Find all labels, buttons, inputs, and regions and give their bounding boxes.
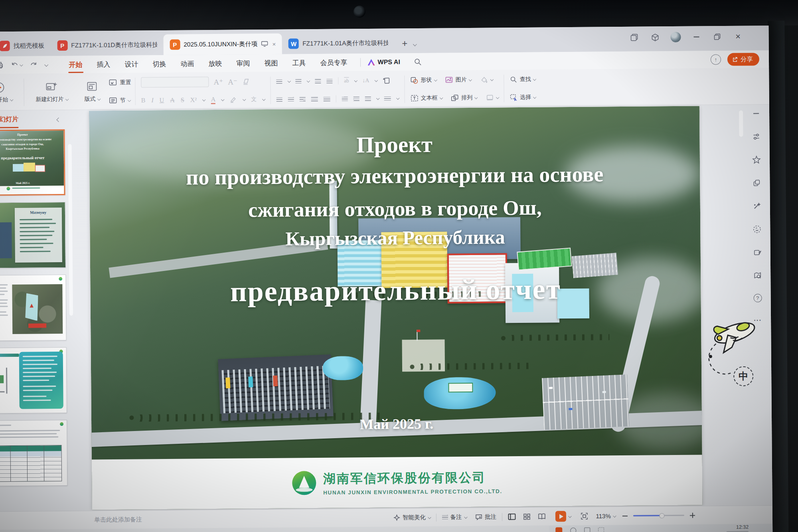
textbox-button[interactable]: 文本框 [411, 93, 442, 104]
redo-button[interactable] [29, 61, 37, 69]
menu-slideshow[interactable]: 放映 [203, 56, 227, 70]
slide-title-line2[interactable]: по производству электроэнергии на основе [89, 161, 700, 190]
play-from-current-button[interactable]: 当页开始 [0, 77, 20, 108]
find-button[interactable]: 查找 [510, 74, 536, 85]
align-right-button[interactable] [300, 97, 306, 101]
menu-insert[interactable]: 插入 [91, 57, 116, 71]
slide-scrollbar[interactable] [739, 111, 743, 137]
align-center-button[interactable] [288, 97, 294, 101]
sort-text-button[interactable]: ↓A [362, 77, 369, 84]
menu-transition[interactable]: 切换 [147, 57, 172, 71]
section-button[interactable]: 节 [109, 95, 131, 106]
normal-view-icon[interactable] [508, 513, 516, 520]
tray-network-icon[interactable] [570, 527, 576, 532]
effects-star-icon[interactable] [752, 155, 761, 164]
beautify-wand-icon[interactable] [752, 201, 762, 211]
highlight-pen-icon[interactable] [230, 97, 237, 103]
slide-thumbnail-2[interactable]: Мазмуну [0, 202, 66, 269]
decrease-indent-button[interactable] [315, 79, 321, 83]
panel-scrollbar[interactable] [68, 144, 73, 316]
help-icon[interactable]: ? [753, 294, 762, 302]
collapse-toolbar-icon[interactable] [751, 109, 761, 118]
align-left-button[interactable] [277, 97, 282, 101]
font-color-button[interactable]: A [211, 96, 216, 104]
zoom-slider[interactable] [633, 515, 684, 516]
comments-button[interactable]: 批注 [475, 513, 496, 521]
menu-member[interactable]: 会员专享 [314, 55, 353, 70]
distribute-button[interactable] [324, 97, 330, 101]
select-button[interactable]: 选择 [510, 92, 536, 103]
search-icon[interactable] [414, 58, 422, 66]
share-button[interactable]: 分享 [727, 53, 759, 66]
justify-button[interactable] [311, 97, 318, 101]
workspace-switch-icon[interactable] [629, 32, 639, 43]
undo-button[interactable] [11, 61, 22, 69]
restore-button[interactable] [712, 32, 722, 42]
increase-indent-button[interactable] [326, 79, 332, 83]
tab-presentation-d[interactable]: P FZ1771K-1.01D奥什市垃圾科技处 [51, 34, 163, 56]
minimize-button[interactable] [691, 32, 701, 42]
play-slideshow-button[interactable] [555, 511, 571, 522]
new-tab-button[interactable]: + [402, 38, 407, 49]
menu-tools[interactable]: 工具 [286, 56, 311, 70]
menu-view[interactable]: 视图 [259, 56, 283, 70]
tab-docer-templates[interactable]: 找稻壳模板 [0, 35, 51, 56]
arrange-button[interactable]: 排列 [451, 93, 477, 103]
tab-word-document[interactable]: W FZ1771K-1.01A奥什市垃圾科技处 [282, 32, 395, 54]
notes-placeholder[interactable]: 单击此处添加备注 [94, 516, 142, 524]
fit-to-window-icon[interactable] [580, 512, 588, 520]
slide-subtitle[interactable]: предварительный отчет [90, 271, 701, 309]
zoom-in-button[interactable] [690, 513, 695, 518]
zoom-out-button[interactable] [622, 515, 628, 516]
wps-ai-button[interactable]: WPS AI [367, 58, 400, 66]
close-window-button[interactable]: × [733, 32, 743, 42]
numbered-list-button[interactable] [296, 79, 302, 83]
notes-button[interactable]: 备注 [442, 513, 466, 521]
slides-panel-tab[interactable]: 幻灯片 [0, 115, 18, 128]
italic-button[interactable]: I [151, 97, 153, 104]
line-spacing-up-button[interactable] [342, 97, 348, 101]
layout-button[interactable]: 版式 [75, 76, 109, 107]
zoom-level[interactable]: 113% [596, 512, 615, 519]
slide-editing-area[interactable]: Проект по производству электроэнергии на… [89, 106, 703, 510]
slide-thumbnail-4[interactable] [0, 347, 67, 414]
smart-beautify-button[interactable]: 智能美化 [393, 514, 431, 522]
slide-thumbnail-1[interactable]: Проект по производству электроэнергии на… [0, 129, 65, 196]
decrease-font-button[interactable]: A⁻ [228, 77, 237, 86]
text-align-vertical-button[interactable] [384, 96, 391, 101]
bold-button[interactable]: B [141, 97, 146, 104]
text-direction-button[interactable]: ab [344, 77, 349, 84]
tray-volume-icon[interactable] [584, 527, 590, 532]
more-options-icon[interactable]: ··· [753, 316, 762, 325]
quick-access-dropdown[interactable] [44, 63, 48, 67]
menu-design[interactable]: 设计 [119, 57, 144, 71]
close-tab-icon[interactable]: × [272, 40, 276, 47]
underline-button[interactable]: U [160, 97, 164, 104]
tab-active-junxin-presentation[interactable]: P 2025.05.10JUNXIN-奥什项 × [163, 34, 282, 55]
slide-title-line4[interactable]: Кыргызская Республика [90, 224, 700, 251]
slide-sorter-view-icon[interactable] [523, 513, 531, 520]
material-shapes-icon[interactable] [752, 178, 761, 188]
integration-cube-icon[interactable] [650, 32, 660, 42]
new-slide-button[interactable]: 新建幻灯片 [28, 77, 75, 108]
zoom-slider-knob[interactable] [659, 513, 664, 518]
drawing-plant-icon[interactable] [753, 247, 762, 257]
picture-button[interactable]: 图片 [445, 75, 472, 85]
slide-title-line3[interactable]: сжигания отходов в городе Ош, [90, 194, 700, 223]
reading-view-icon[interactable] [538, 513, 546, 520]
menu-animation[interactable]: 动画 [175, 57, 200, 71]
superscript-button[interactable]: X² [190, 96, 197, 103]
slide-thumbnail-3[interactable] [0, 275, 66, 341]
slide-title-line1[interactable]: Проект [89, 129, 699, 160]
account-avatar[interactable] [670, 32, 681, 42]
taskbar-clock[interactable]: 12:32 [726, 524, 749, 532]
properties-sliders-icon[interactable] [751, 132, 761, 141]
upload-cloud-icon[interactable]: ↑ [711, 54, 721, 65]
line-spacing-button[interactable] [365, 96, 371, 101]
reset-slide-button[interactable]: 重置 [109, 77, 131, 88]
line-spacing-down-button[interactable] [354, 97, 359, 101]
replace-icon[interactable] [383, 77, 390, 84]
strikethrough-button[interactable]: S [181, 97, 184, 104]
bullet-list-button[interactable] [276, 79, 282, 83]
taskbar-wps-icon[interactable] [555, 527, 562, 532]
